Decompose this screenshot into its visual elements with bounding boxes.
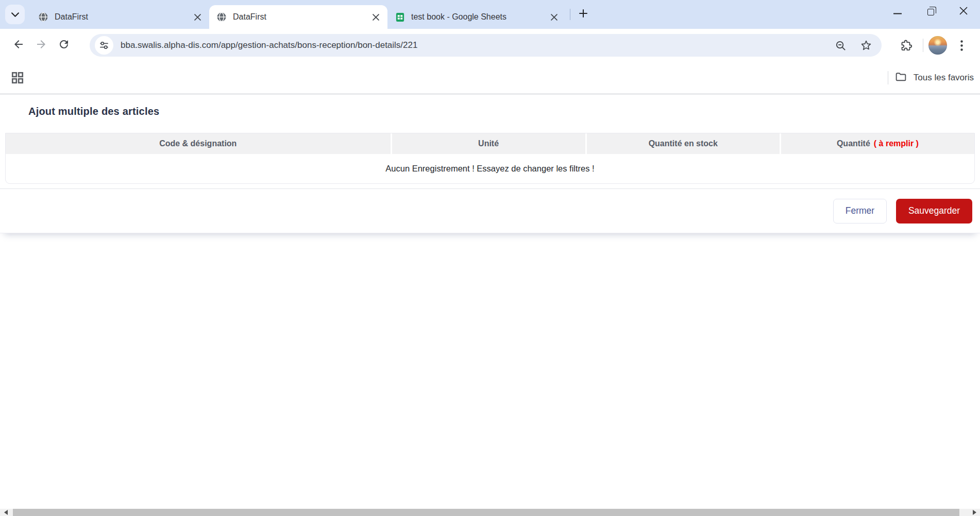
- tab-title: test book - Google Sheets: [411, 12, 547, 22]
- restore-button[interactable]: [914, 0, 947, 24]
- reload-icon: [58, 38, 70, 53]
- bookmark-star-button[interactable]: [857, 36, 875, 55]
- apps-shortcut-button[interactable]: [7, 67, 28, 88]
- page-content: Ajout multiple des articles Code & désig…: [0, 94, 980, 509]
- quantite-label: Quantité: [837, 139, 870, 148]
- new-tab-button[interactable]: [575, 6, 592, 23]
- articles-table: Code & désignation Unité Quantité en sto…: [5, 133, 975, 184]
- tab-datafirst-1[interactable]: DataFirst: [31, 5, 209, 29]
- toolbar-right-actions: [895, 34, 975, 57]
- scroll-left-button[interactable]: [0, 509, 11, 516]
- quantite-required-note: ( à remplir ): [874, 139, 919, 148]
- window-controls: [881, 0, 980, 24]
- zoom-minus-icon: [835, 40, 847, 51]
- tab-title: DataFirst: [233, 12, 369, 22]
- tab-search-button[interactable]: [5, 5, 25, 24]
- extensions-button[interactable]: [895, 34, 918, 57]
- address-bar[interactable]: bba.swalis.alpha-dis.com/app/gestion-ach…: [90, 34, 882, 57]
- table-header-row: Code & désignation Unité Quantité en sto…: [6, 133, 974, 154]
- globe-icon: [38, 12, 48, 22]
- horizontal-scrollbar[interactable]: [0, 509, 980, 516]
- url-text[interactable]: bba.swalis.alpha-dis.com/app/gestion-ach…: [121, 40, 826, 50]
- tab-close-icon[interactable]: [547, 10, 561, 24]
- scrollbar-thumb[interactable]: [13, 509, 959, 516]
- reload-button[interactable]: [53, 34, 75, 57]
- page-title: Ajout multiple des articles: [28, 106, 980, 117]
- scroll-left-arrow-icon: [4, 510, 8, 515]
- sheets-icon: [395, 12, 405, 22]
- site-settings-button[interactable]: [95, 36, 113, 55]
- apps-grid-icon: [11, 71, 24, 84]
- tab-title: DataFirst: [55, 12, 191, 22]
- close-icon: [959, 7, 968, 17]
- scroll-right-button[interactable]: [969, 509, 980, 516]
- tab-close-icon[interactable]: [191, 10, 204, 24]
- empty-table-message: Aucun Enregistrement ! Essayez de change…: [6, 154, 974, 183]
- toolbar-divider: [923, 39, 923, 52]
- all-bookmarks-label[interactable]: Tous les favoris: [914, 73, 974, 83]
- browser-window: DataFirst DataFirst test book - Google S…: [0, 0, 980, 516]
- column-header-unite: Unité: [392, 133, 585, 154]
- minimize-icon: [893, 7, 902, 16]
- omnibox-actions: [831, 36, 875, 55]
- back-icon: [12, 38, 25, 53]
- folder-icon: [894, 71, 907, 85]
- tab-strip-divider: [570, 9, 570, 20]
- column-header-code-designation: Code & désignation: [6, 133, 391, 154]
- back-button[interactable]: [7, 34, 30, 57]
- restore-icon: [927, 9, 934, 15]
- scroll-right-arrow-icon: [973, 510, 976, 515]
- kebab-menu-icon: [960, 40, 963, 51]
- forward-button[interactable]: [30, 34, 53, 57]
- minimize-button[interactable]: [881, 0, 914, 24]
- tab-strip: DataFirst DataFirst test book - Google S…: [0, 0, 980, 29]
- puzzle-icon: [900, 39, 913, 51]
- close-window-button[interactable]: [947, 0, 980, 24]
- browser-toolbar: bba.swalis.alpha-dis.com/app/gestion-ach…: [0, 29, 980, 62]
- plus-icon: [579, 9, 588, 20]
- bookmarks-bar: Tous les favoris: [0, 62, 980, 94]
- star-icon: [860, 39, 872, 51]
- globe-icon: [216, 12, 227, 22]
- profile-avatar[interactable]: [928, 36, 947, 55]
- column-header-quantite-stock: Quantité en stock: [587, 133, 780, 154]
- forward-icon: [35, 38, 47, 53]
- column-header-quantite: Quantité ( à remplir ): [781, 133, 974, 154]
- tab-google-sheets[interactable]: test book - Google Sheets: [387, 5, 566, 29]
- fermer-button[interactable]: Fermer: [833, 199, 887, 223]
- bookmarks-divider: [888, 71, 888, 84]
- all-bookmarks[interactable]: Tous les favoris: [888, 71, 976, 85]
- chevron-down-icon: [11, 10, 19, 19]
- tab-datafirst-2-active[interactable]: DataFirst: [209, 5, 387, 29]
- browser-menu-button[interactable]: [952, 34, 971, 57]
- tune-icon: [99, 40, 109, 50]
- zoom-out-indicator-button[interactable]: [831, 36, 850, 55]
- tab-close-icon[interactable]: [369, 10, 382, 24]
- modal-footer: Fermer Sauvegarder: [0, 188, 980, 233]
- sauvegarder-button[interactable]: Sauvegarder: [896, 199, 972, 223]
